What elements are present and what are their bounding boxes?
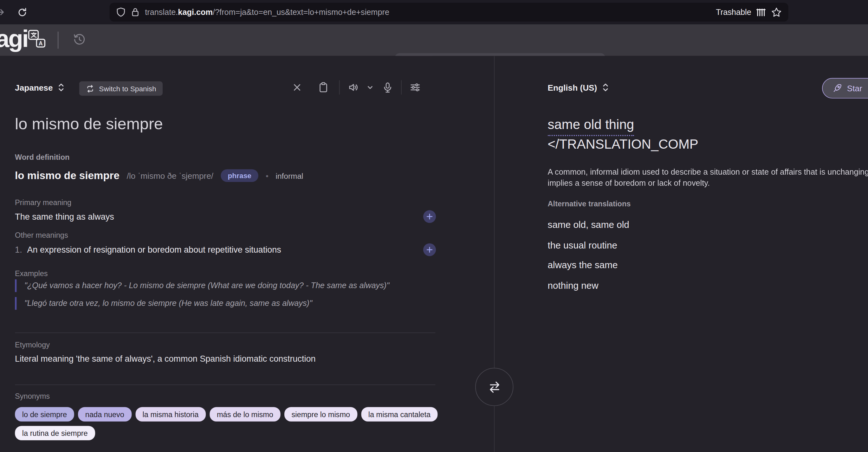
synonym-chip[interactable]: siempre lo mismo <box>284 407 357 421</box>
chevron-updown-icon <box>58 83 65 92</box>
pos-badge: phrase <box>221 169 259 182</box>
history-icon[interactable] <box>72 33 87 46</box>
bookmark-star-icon[interactable] <box>771 7 782 18</box>
definition-term: lo mismo de siempre <box>15 169 120 182</box>
translation-result[interactable]: same old thing <box>548 117 634 136</box>
alternative-translation[interactable]: same old, same old <box>548 215 629 235</box>
synonyms-list: lo de siemprenada nuevola misma historia… <box>15 407 441 440</box>
toolbar-separator <box>339 80 340 94</box>
voice-options-chevron-icon[interactable] <box>366 84 374 91</box>
microphone-icon[interactable] <box>382 82 393 93</box>
tally-icon[interactable] <box>756 8 766 17</box>
word-definition-label: Word definition <box>15 153 69 161</box>
example-quote: "¿Qué vamos a hacer hoy? - Lo mismo de s… <box>15 279 435 292</box>
app-header: kagi A TextProofreadDocumentWebsite <box>0 24 868 56</box>
star-button[interactable]: Star <box>822 78 868 99</box>
add-primary-meaning-button[interactable] <box>423 210 436 223</box>
register-label: informal <box>276 171 303 180</box>
reload-icon[interactable] <box>17 7 28 18</box>
alternative-translation[interactable]: always the same <box>548 256 629 276</box>
definition-phonetic: /lo ˈmismo ðe ˈsjempre/ <box>127 171 213 180</box>
translation-description: A common, informal idiom used to describ… <box>548 167 868 189</box>
synonym-chip[interactable]: más de lo mismo <box>210 407 280 421</box>
shield-icon[interactable] <box>116 7 126 17</box>
kagi-logo[interactable]: kagi <box>0 25 28 53</box>
examples-list: "¿Qué vamos a hacer hoy? - Lo mismo de s… <box>15 279 435 315</box>
synonym-chip[interactable]: la rutina de siempre <box>15 426 95 440</box>
toolbar-separator <box>401 80 402 94</box>
url-text[interactable]: translate.kagi.com/?from=ja&to=en_us&tex… <box>145 8 389 17</box>
dot-separator: • <box>266 171 269 180</box>
lock-icon[interactable] <box>131 7 140 17</box>
other-meanings-label: Other meanings <box>15 231 68 239</box>
target-language-selector[interactable]: English (US) <box>548 83 609 92</box>
rocket-icon <box>833 84 842 93</box>
section-divider <box>15 385 435 385</box>
etymology-label: Etymology <box>15 341 50 349</box>
extension-label: Trashable <box>716 8 751 17</box>
synonym-chip[interactable]: la misma historia <box>135 407 206 421</box>
kagi-translate-app: translate.kagi.com/?from=ja&to=en_us&tex… <box>0 0 868 452</box>
clipboard-icon[interactable] <box>318 82 329 93</box>
definition-row: lo mismo de siempre /lo ˈmismo ðe ˈsjemp… <box>15 169 303 182</box>
examples-label: Examples <box>15 269 48 278</box>
example-quote: "Llegó tarde otra vez, lo mismo de siemp… <box>15 297 435 310</box>
alternative-translation[interactable]: nothing new <box>548 276 629 296</box>
synonym-chip[interactable]: nada nuevo <box>78 407 131 421</box>
other-meaning-item: 1.An expression of resignation or boredo… <box>15 245 281 255</box>
chevron-updown-icon <box>602 83 609 92</box>
primary-meaning-text: The same thing as always <box>15 212 114 222</box>
description-line: implies a sense of boredom or lack of no… <box>548 178 868 189</box>
main-content: Japanese Switch to Spanish <box>0 56 868 452</box>
plus-icon <box>426 214 432 220</box>
swap-languages-button[interactable] <box>475 368 513 406</box>
switch-language-button[interactable]: Switch to Spanish <box>79 82 163 96</box>
swap-arrows-icon <box>486 379 502 395</box>
speaker-icon[interactable] <box>348 83 359 92</box>
add-other-meaning-button[interactable] <box>423 244 436 256</box>
synonyms-label: Synonyms <box>15 392 50 400</box>
plus-icon <box>426 247 432 253</box>
forward-icon[interactable] <box>0 7 7 17</box>
browser-toolbar: translate.kagi.com/?from=ja&to=en_us&tex… <box>0 0 868 24</box>
alternative-translation[interactable]: the usual routine <box>548 235 629 256</box>
description-line: A common, informal idiom used to describ… <box>548 167 868 178</box>
primary-meaning-label: Primary meaning <box>15 198 71 207</box>
other-meanings-list: 1.An expression of resignation or boredo… <box>15 245 281 255</box>
meaning-number: 1. <box>15 245 22 255</box>
etymology-text: Literal meaning 'the same of always', a … <box>15 354 315 364</box>
source-toolbar <box>292 80 421 94</box>
synonym-chip[interactable]: lo de siempre <box>15 407 74 421</box>
url-bar[interactable]: translate.kagi.com/?from=ja&to=en_us&tex… <box>110 3 788 22</box>
settings-sliders-icon[interactable] <box>410 83 421 92</box>
section-divider <box>15 332 435 333</box>
synonym-chip[interactable]: la misma cantaleta <box>361 407 438 421</box>
repeat-icon <box>86 84 94 93</box>
source-text-input[interactable]: lo mismo de siempre <box>15 115 163 133</box>
header-divider <box>57 31 58 49</box>
clear-text-icon[interactable] <box>292 83 302 92</box>
alternative-translations-label: Alternative translations <box>548 200 631 208</box>
translation-result-overflow: </TRANSLATION_COMP <box>548 137 699 152</box>
meaning-text: An expression of resignation or boredom … <box>27 245 281 255</box>
alternative-translations-list: same old, same oldthe usual routinealway… <box>548 215 629 296</box>
source-language-selector[interactable]: Japanese <box>15 83 65 92</box>
